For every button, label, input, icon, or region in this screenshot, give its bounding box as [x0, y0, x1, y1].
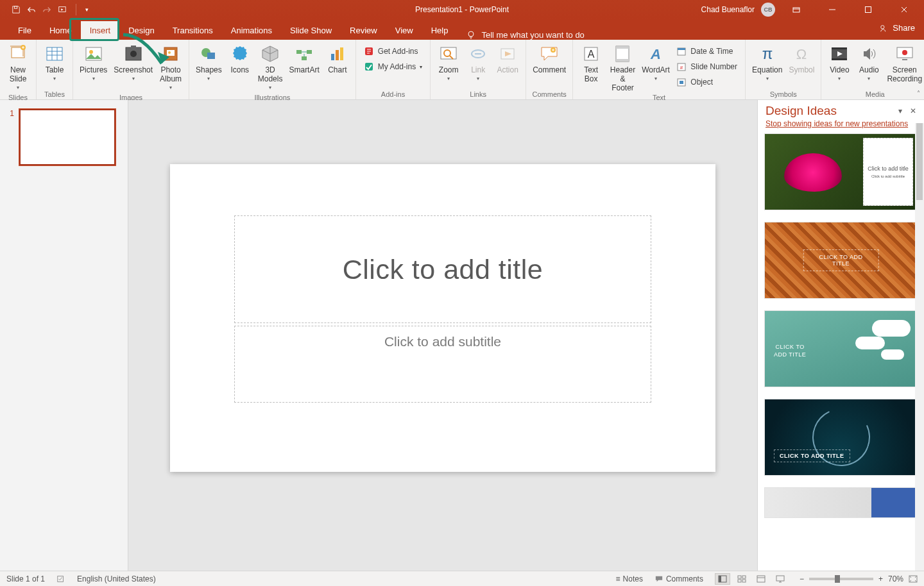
share-button[interactable]: Share [880, 23, 915, 33]
headerfooter-button[interactable]: Header& Footer [606, 42, 639, 94]
pictures-button[interactable]: Pictures [77, 42, 110, 85]
design-idea[interactable]: CLICK TO ADD TITLE [764, 310, 918, 387]
slide[interactable]: Click to add title Click to add subtitle [170, 164, 715, 472]
comment-icon [539, 44, 560, 64]
pane-scrollbar[interactable] [915, 123, 924, 571]
zoom-level[interactable]: 70% [888, 574, 903, 583]
shapes-button[interactable]: Shapes [193, 42, 225, 85]
tell-me-search[interactable]: Tell me what you want to do [457, 29, 593, 40]
slide-thumbnail[interactable] [19, 109, 116, 165]
tab-design[interactable]: Design [119, 21, 163, 40]
title-placeholder[interactable]: Click to add title [234, 215, 651, 323]
icons-icon [230, 44, 250, 64]
chart-button[interactable]: Chart [323, 42, 352, 76]
pane-close-icon[interactable]: ✕ [910, 106, 916, 115]
language-status[interactable]: English (United States) [77, 574, 156, 583]
reading-view-button[interactable] [753, 573, 769, 585]
screenshot-button[interactable]: Screenshot [111, 42, 155, 85]
slidenum-icon: # [676, 62, 687, 72]
zoom-slider[interactable] [809, 578, 873, 580]
normal-view-button[interactable] [715, 573, 730, 585]
ribbon-group-symbols: πEquationΩSymbolSymbols [746, 40, 821, 99]
subtitle-placeholder[interactable]: Click to add subtitle [234, 326, 651, 403]
slide-sorter-view-button[interactable] [734, 573, 749, 585]
tab-animations[interactable]: Animations [222, 21, 281, 40]
qat-customize-icon[interactable]: ▾ [85, 6, 89, 13]
ribbon-display-options-icon[interactable] [782, 0, 811, 19]
slide-count[interactable]: Slide 1 of 1 [6, 574, 45, 583]
audio-button[interactable]: Audio [855, 42, 883, 85]
maximize-button[interactable] [853, 0, 883, 19]
getaddins-button[interactable]: Get Add-ins [360, 45, 426, 58]
equation-icon: π [757, 44, 778, 64]
svg-rect-57 [738, 580, 741, 582]
comment-button[interactable]: Comment [530, 42, 569, 76]
object-button[interactable]: Object [672, 76, 741, 88]
datetime-icon [676, 46, 687, 56]
user-name[interactable]: Chad Buenaflor [701, 5, 755, 14]
pane-options-icon[interactable]: ▾ [898, 106, 902, 115]
design-idea-list[interactable]: Click to add titleClick to add subtitle … [758, 133, 924, 571]
undo-icon[interactable] [27, 5, 36, 14]
svg-rect-27 [441, 47, 456, 59]
icons-button[interactable]: Icons [226, 42, 254, 76]
tab-view[interactable]: View [386, 21, 422, 40]
svg-text:A: A [588, 49, 595, 60]
svg-rect-23 [336, 50, 339, 60]
slide-canvas-area[interactable]: Click to add title Click to add subtitle [128, 100, 757, 571]
tab-review[interactable]: Review [341, 21, 386, 40]
svg-rect-0 [14, 6, 17, 9]
slidenum-button[interactable]: #Slide Number [672, 60, 741, 73]
design-idea[interactable]: CLICK TO ADD TITLE [764, 222, 918, 299]
group-label: Comments [526, 90, 572, 99]
photoalbum-button[interactable]: PhotoAlbum [157, 42, 185, 94]
design-idea[interactable]: CLICK TO ADD TITLE [764, 399, 918, 476]
notes-button[interactable]: ≡ Notes [616, 574, 643, 583]
comments-button[interactable]: Comments [654, 574, 703, 583]
zoom-out-button[interactable]: − [800, 574, 804, 583]
close-button[interactable] [889, 0, 919, 19]
newslide-button[interactable]: NewSlide [4, 42, 32, 94]
user-avatar[interactable]: CB [761, 3, 775, 17]
video-button[interactable]: Video [825, 42, 853, 85]
textbox-button[interactable]: ATextBox [577, 42, 605, 85]
wordart-button[interactable]: AWordArt [640, 42, 672, 85]
myaddins-icon [364, 62, 374, 72]
slideshow-view-button[interactable] [773, 573, 788, 585]
tab-help[interactable]: Help [422, 21, 458, 40]
fit-to-window-button[interactable] [909, 575, 918, 583]
save-icon[interactable] [12, 5, 21, 14]
ribbon-group-links: ZoomLinkActionLinks [431, 40, 526, 99]
design-idea[interactable]: Click to add titleClick to add subtitle [764, 133, 918, 210]
stop-showing-ideas-link[interactable]: Stop showing ideas for new presentations [758, 119, 924, 133]
ribbon: ˄ NewSlideSlidesTableTablesPicturesScree… [0, 40, 924, 100]
minimize-button[interactable] [817, 0, 847, 19]
tab-home[interactable]: Home [40, 21, 81, 40]
screenrec-button[interactable]: ScreenRecording [884, 42, 924, 85]
tab-transitions[interactable]: Transitions [164, 21, 222, 40]
datetime-button[interactable]: Date & Time [672, 45, 741, 58]
tab-insert[interactable]: Insert [81, 21, 120, 40]
svg-rect-20 [307, 50, 312, 54]
collapse-ribbon-icon[interactable]: ˄ [917, 90, 920, 97]
design-idea[interactable] [764, 487, 918, 518]
myaddins-button[interactable]: My Add-ins ▾ [360, 60, 426, 73]
3dmodels-button[interactable]: 3DModels [255, 42, 286, 94]
tab-file[interactable]: File [9, 21, 40, 40]
window-title: Presentation1 - PowerPoint [415, 5, 509, 14]
svg-rect-51 [902, 59, 907, 60]
svg-rect-59 [757, 576, 765, 582]
equation-button[interactable]: πEquation [749, 42, 785, 85]
smartart-button[interactable]: SmartArt [286, 42, 321, 76]
pictures-icon [83, 44, 104, 64]
zoom-button[interactable]: Zoom [434, 42, 463, 85]
3dmodels-icon [260, 44, 280, 64]
svg-rect-13 [131, 46, 136, 48]
tab-slide-show[interactable]: Slide Show [281, 21, 341, 40]
zoom-icon [438, 44, 459, 64]
redo-icon[interactable] [42, 5, 51, 14]
zoom-in-button[interactable]: + [878, 574, 883, 583]
start-from-beginning-icon[interactable] [58, 5, 67, 14]
table-button[interactable]: Table [40, 42, 69, 85]
spellcheck-icon[interactable] [56, 574, 65, 583]
